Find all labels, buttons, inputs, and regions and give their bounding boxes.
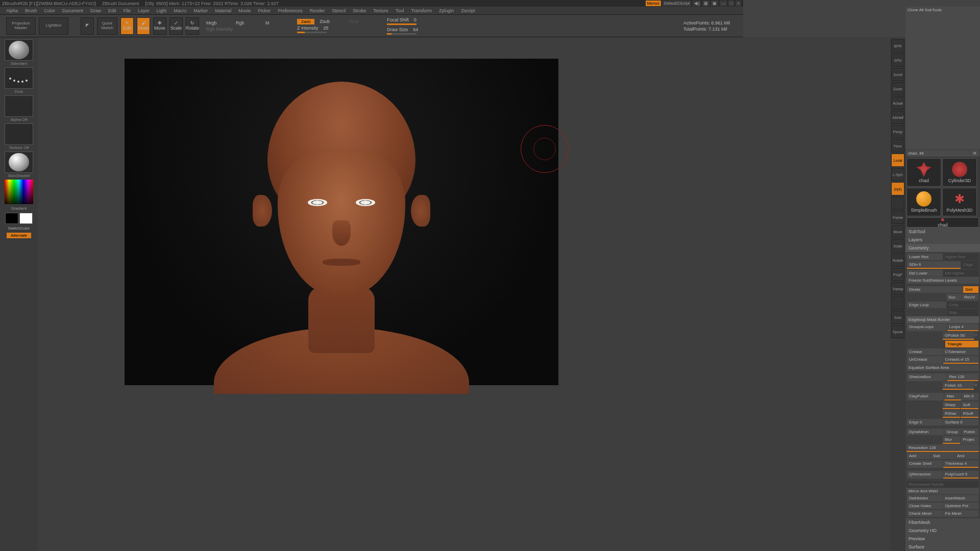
- app-title: ZBrush4R2b [F1][ZWBM-BMCU-ADEJ-FYXO]: [2, 1, 96, 6]
- menu-transform[interactable]: Transform: [411, 8, 432, 13]
- draw-size-slider[interactable]: [387, 33, 416, 35]
- brush-label: Standard: [11, 61, 27, 66]
- menu-stencil[interactable]: Stencil: [332, 8, 346, 13]
- draw-size-label: Draw Size: [387, 27, 408, 32]
- draw-button[interactable]: 🖌Draw: [137, 17, 150, 35]
- viewport[interactable]: [125, 59, 558, 385]
- total-points: TotalPoints: 7.131 Mil: [683, 27, 730, 32]
- z-intensity-label: Z Intensity: [297, 26, 318, 31]
- menu-draw[interactable]: Draw: [90, 8, 101, 13]
- left-panel: Standard Dots Alpha Off Texture Off Skin…: [0, 37, 38, 418]
- brush-cursor: [521, 125, 569, 173]
- mrgb-button[interactable]: Mrgb: [206, 20, 231, 26]
- focal-shift-slider[interactable]: [387, 23, 416, 25]
- scale-button[interactable]: ⤢Scale: [169, 17, 183, 35]
- quicksketch-icon[interactable]: ◤: [81, 17, 94, 35]
- rgb-intensity-label: Rgb Intensity: [206, 27, 233, 32]
- menu-layer[interactable]: Layer: [138, 8, 150, 13]
- dots-icon: [7, 70, 31, 86]
- menu-texture[interactable]: Texture: [373, 8, 388, 13]
- texture-label: Texture Off: [9, 145, 29, 151]
- menu-render[interactable]: Render: [310, 8, 325, 13]
- menu-alpha[interactable]: Alpha: [6, 8, 18, 13]
- lightbox-button[interactable]: LightBox: [39, 17, 68, 35]
- brush-swirl-icon: [9, 41, 29, 59]
- focal-shift-value: 0: [414, 17, 416, 22]
- gradient-label[interactable]: Gradient: [10, 205, 28, 212]
- menu-material[interactable]: Material: [215, 8, 231, 13]
- menu-stroke[interactable]: Stroke: [353, 8, 366, 13]
- menu-macro[interactable]: Macro: [174, 8, 186, 13]
- swatch-white[interactable]: [19, 213, 33, 224]
- zsub-button[interactable]: Zsub: [320, 19, 344, 24]
- zadd-button[interactable]: Zadd: [297, 19, 314, 24]
- material-thumbnail[interactable]: [5, 152, 33, 173]
- color-picker[interactable]: [5, 180, 33, 204]
- alpha-label: Alpha Off: [10, 117, 27, 122]
- brush-thumbnail[interactable]: [5, 39, 33, 61]
- menu-preferences[interactable]: Preferences: [278, 8, 303, 13]
- focal-shift-label: Focal Shift: [387, 17, 409, 22]
- menu-zscript[interactable]: Zscript: [461, 8, 475, 13]
- menu-bar: Alpha Brush Color Document Draw Edit Fil…: [0, 7, 743, 15]
- stroke-thumbnail[interactable]: [5, 67, 33, 89]
- active-points: ActivePoints: 6.961 Mil: [683, 20, 730, 26]
- draw-size-value: 64: [413, 27, 418, 32]
- menu-file[interactable]: File: [124, 8, 131, 13]
- z-intensity-value: 25: [324, 26, 329, 31]
- menu-tool[interactable]: Tool: [396, 8, 404, 13]
- menu-color[interactable]: Color: [44, 8, 56, 13]
- stroke-label: Dots: [15, 89, 23, 94]
- doc-title: ZBrush Document: [102, 1, 139, 6]
- toolbar: Projection Master LightBox ◤ Quick Sketc…: [0, 15, 743, 37]
- zcut-button[interactable]: Zcut: [349, 19, 374, 24]
- workspace: Standard Dots Alpha Off Texture Off Skin…: [0, 37, 743, 418]
- title-bar: ZBrush4R2b [F1][ZWBM-BMCU-ADEJ-FYXO] ZBr…: [0, 0, 743, 7]
- maximize-icon[interactable]: □: [728, 1, 734, 6]
- material-sphere-icon: [9, 153, 29, 171]
- menu-movie[interactable]: Movie: [238, 8, 251, 13]
- close-icon[interactable]: ×: [736, 1, 741, 6]
- canvas[interactable]: [38, 37, 743, 418]
- m-button[interactable]: M: [265, 20, 290, 26]
- default-zscript[interactable]: DefaultZScript: [663, 1, 692, 6]
- edit-button[interactable]: ✎Edit: [120, 17, 134, 35]
- menu-light[interactable]: Light: [157, 8, 167, 13]
- menu-document[interactable]: Document: [62, 8, 83, 13]
- material-label: SkinShade4: [8, 173, 30, 179]
- rotate-button[interactable]: ↻Rotate: [186, 17, 199, 35]
- menu-picker[interactable]: Picker: [258, 8, 271, 13]
- minimize-icon[interactable]: —: [720, 1, 727, 6]
- alternate-button[interactable]: Alternate: [7, 233, 31, 238]
- menus-button[interactable]: Menus: [646, 1, 661, 6]
- obj-status: [Obj: 8503] Mem: 1173+22 Free: 2922 RTim…: [145, 1, 279, 6]
- titlebar-icon1[interactable]: ◀||: [693, 1, 701, 6]
- switchcolor-button[interactable]: SwitchColor: [7, 225, 31, 232]
- rgb-button[interactable]: Rgb: [236, 20, 260, 26]
- menu-marker[interactable]: Marker: [193, 8, 208, 13]
- quicksketch-button[interactable]: Quick Sketch: [97, 17, 117, 35]
- texture-thumbnail[interactable]: [5, 123, 33, 145]
- move-button[interactable]: ✥Move: [153, 17, 166, 35]
- menu-brush[interactable]: Brush: [25, 8, 37, 13]
- menu-zplugin[interactable]: Zplugin: [439, 8, 454, 13]
- menu-edit[interactable]: Edit: [108, 8, 116, 13]
- titlebar-icon3[interactable]: ▣: [711, 1, 718, 6]
- sculpt-head: [244, 72, 438, 358]
- alpha-thumbnail[interactable]: [5, 95, 33, 117]
- projection-master-button[interactable]: Projection Master: [6, 17, 36, 35]
- z-intensity-slider[interactable]: [297, 32, 327, 33]
- titlebar-icon2[interactable]: ▦: [702, 1, 709, 6]
- swatch-black[interactable]: [5, 213, 18, 224]
